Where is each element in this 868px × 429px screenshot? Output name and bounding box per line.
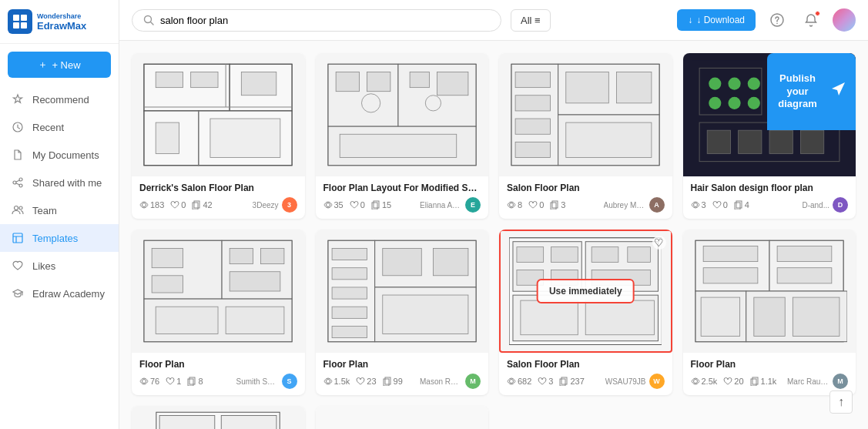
sidebar-item-templates[interactable]: Templates: [0, 224, 119, 252]
download-button[interactable]: ↓ ↓ Download: [677, 9, 756, 31]
publish-overlay[interactable]: Publish your diagram: [767, 53, 856, 130]
svg-point-67: [747, 97, 759, 109]
card-title-salon1: Salon Floor Plan: [507, 183, 665, 193]
user-avatar[interactable]: [833, 8, 856, 32]
svg-rect-50: [515, 119, 550, 134]
search-input[interactable]: [160, 15, 490, 26]
card-hair-salon[interactable]: Hair Salon design floor plan 3 0: [683, 53, 856, 219]
svg-point-27: [142, 203, 146, 207]
copies-stat: 237: [559, 377, 584, 386]
sidebar-item-team[interactable]: Team: [0, 196, 119, 224]
like-toggle-icon[interactable]: ♡: [652, 236, 666, 250]
author-avatar-hair-salon: D: [833, 197, 848, 213]
card-author-fp2: Sumith Sur... S: [236, 374, 297, 389]
likes-stat: 0: [712, 200, 728, 209]
svg-rect-35: [367, 72, 390, 91]
card-thumb-salon2: Use immediately ♡: [499, 230, 672, 353]
svg-rect-95: [332, 248, 367, 260]
card-meta-fp4: 2.5k 20 1.1k Marc Rausell: [691, 374, 849, 389]
card-meta-layout: 35 0 15 Elianna Avi...: [323, 197, 481, 213]
likes-stat: 0: [350, 200, 365, 209]
card-floor-plan-4[interactable]: Floor Plan 2.5k 20: [683, 230, 856, 395]
sidebar-item-recommend[interactable]: Recommend: [0, 85, 119, 113]
card-info-fp3: Floor Plan 1.5k 23: [316, 353, 489, 395]
copy-icon: [192, 200, 201, 209]
svg-rect-70: [707, 130, 730, 153]
card-unknown[interactable]: [316, 406, 489, 429]
sidebar-item-edraw-academy[interactable]: Edraw Academy: [0, 280, 119, 307]
logo-icon: [8, 9, 32, 34]
search-box[interactable]: [132, 9, 501, 32]
logo-area: Wondershare EdrawMax: [0, 0, 119, 44]
views-stat: 76: [139, 377, 159, 386]
svg-rect-29: [193, 203, 198, 209]
copies-stat: 3: [550, 200, 565, 209]
svg-rect-22: [156, 122, 179, 153]
svg-rect-90: [188, 379, 193, 386]
card-thumb-unknown: [316, 406, 489, 429]
sidebar-label-likes: Likes: [32, 260, 55, 272]
card-info-derricks: Derrick's Salon Floor Plan 183 0: [132, 176, 305, 219]
svg-rect-127: [703, 246, 758, 261]
sidebar-label-team: Team: [32, 205, 57, 216]
svg-rect-97: [332, 287, 367, 299]
svg-rect-82: [152, 276, 183, 293]
grid-area: Derrick's Salon Floor Plan 183 0: [119, 41, 868, 429]
card-author-derricks: 3Deezy 3: [253, 197, 297, 213]
card-bathroom-fp[interactable]: Bathroom Floor Plan: [132, 406, 305, 429]
card-author-hair-salon: D-and... D: [802, 197, 848, 213]
svg-rect-89: [189, 377, 195, 384]
brand-name-bottom: EdrawMax: [37, 20, 86, 32]
clock-icon: [11, 120, 25, 134]
sidebar-item-recent[interactable]: Recent: [0, 113, 119, 141]
svg-rect-110: [517, 246, 544, 262]
brand-name-top: Wondershare: [37, 12, 86, 20]
use-immediately-button[interactable]: Use immediately: [537, 279, 635, 303]
card-title-layout: Floor Plan Layout For Modified Salon Des…: [323, 183, 481, 193]
card-meta-fp2: 76 1 8 Sumith Sur...: [139, 374, 297, 389]
svg-point-9: [19, 206, 22, 209]
svg-rect-81: [152, 248, 183, 267]
heart-small-icon: [166, 377, 175, 386]
svg-rect-37: [437, 72, 468, 95]
card-derricks-salon[interactable]: Derrick's Salon Floor Plan 183 0: [132, 53, 305, 219]
scroll-top-button[interactable]: ↑: [829, 390, 853, 414]
copy-icon: [734, 200, 743, 209]
svg-rect-23: [210, 119, 280, 158]
svg-rect-42: [374, 201, 379, 208]
svg-rect-84: [261, 248, 284, 263]
svg-rect-138: [159, 415, 215, 429]
views-stat: 35: [323, 200, 344, 209]
heart-icon: [11, 259, 25, 273]
card-floor-plan-2[interactable]: Floor Plan 76 1: [132, 230, 305, 395]
topbar-right: ↓ ↓ Download: [677, 8, 856, 32]
svg-point-8: [15, 206, 18, 210]
sidebar-item-shared-with-me[interactable]: Shared with me: [0, 169, 119, 196]
sidebar-item-my-documents[interactable]: My Documents: [0, 141, 119, 169]
help-button[interactable]: [765, 8, 789, 32]
svg-rect-53: [617, 72, 652, 102]
svg-point-134: [693, 380, 697, 384]
new-button[interactable]: ＋ + New: [8, 52, 111, 78]
card-floor-plan-3[interactable]: Floor Plan 1.5k 23: [316, 230, 489, 395]
svg-point-63: [728, 78, 740, 90]
scroll-top-icon: ↑: [838, 395, 844, 409]
card-floor-plan-layout[interactable]: Floor Plan Layout For Modified Salon Des…: [316, 53, 489, 219]
svg-rect-111: [551, 246, 578, 262]
svg-rect-43: [372, 203, 377, 209]
svg-rect-71: [738, 130, 761, 153]
card-salon-fp-1[interactable]: Salon Floor Plan 8 0: [499, 53, 672, 219]
sidebar-item-likes[interactable]: Likes: [0, 252, 119, 280]
svg-rect-139: [221, 415, 276, 429]
card-thumb-derricks: [132, 53, 305, 176]
card-salon-fp-2[interactable]: Use immediately ♡ Salon Floor Plan 682: [499, 230, 672, 395]
svg-rect-118: [585, 300, 654, 335]
notification-button[interactable]: [799, 8, 823, 32]
svg-rect-128: [703, 268, 758, 283]
all-filter-button[interactable]: All ≡: [511, 9, 551, 32]
heart-small-icon: [528, 200, 538, 209]
copy-icon: [750, 377, 759, 386]
heart-small-icon: [170, 200, 179, 209]
sidebar-label-recommend: Recommend: [32, 94, 89, 106]
svg-rect-135: [752, 377, 758, 384]
